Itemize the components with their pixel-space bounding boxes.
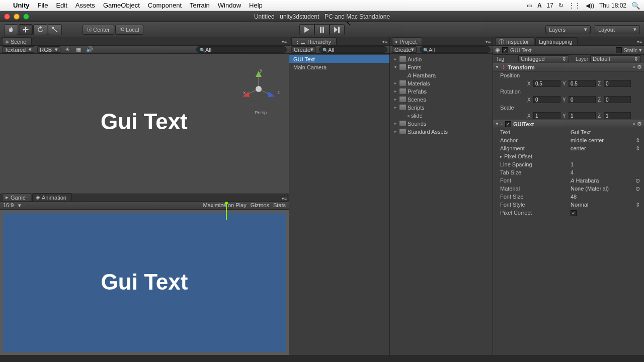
scene-search-input[interactable]: 🔍All [196,46,287,53]
gear-icon[interactable]: ⚙ [637,64,642,70]
project-item-audio[interactable]: ▸Audio [390,55,493,63]
minimize-window-button[interactable] [14,14,20,20]
scale-tool[interactable] [48,24,62,35]
scene-panel-menu-icon[interactable]: ▾≡ [282,39,287,44]
play-button[interactable] [299,24,314,35]
alignment-dropdown[interactable]: center [571,145,635,151]
hierarchy-tab[interactable]: ⋮☰Hierarchy [291,37,337,45]
volume-icon[interactable]: ◀)) [586,2,594,9]
help-icon[interactable]: ▫ [633,64,635,70]
menu-app[interactable]: Unity [9,2,34,9]
scene-shading-dropdown[interactable]: Textured ▾ [2,46,34,53]
inspector-panel-menu-icon[interactable]: ▾≡ [637,39,642,44]
project-item-harabara[interactable]: AHarabara [390,71,493,79]
anchor-dropdown[interactable]: middle center [571,137,635,143]
aspect-dropdown[interactable]: 16:9 ▾ [3,202,21,209]
project-search-input[interactable]: 🔍All [420,46,491,53]
scene-skybox-toggle-icon[interactable]: ▦ [74,46,83,53]
scene-rendermode-dropdown[interactable]: RGB ▾ [37,46,60,53]
static-checkbox[interactable] [616,47,622,53]
timemachine-icon[interactable]: ↻ [558,2,564,9]
scale-y-input[interactable] [569,112,596,119]
active-checkbox[interactable]: ✓ [502,47,508,53]
layer-dropdown[interactable]: Default⇕ [590,55,641,62]
project-item-sounds[interactable]: ▸Sounds [390,119,493,127]
menu-help[interactable]: Help [245,2,267,9]
inspector-tab[interactable]: ⓘInspector [495,37,534,45]
rotation-z-input[interactable] [604,96,631,103]
bluetooth-icon[interactable]: ⋮⋮ [569,2,581,9]
project-create-dropdown[interactable]: Create ▾ [392,46,417,53]
project-item-standard-assets[interactable]: ▸Standard Assets [390,127,493,135]
menu-edit[interactable]: Edit [52,2,71,9]
text-prop-value[interactable]: Gui Text [571,129,640,135]
hierarchy-panel-menu-icon[interactable]: ▾≡ [382,39,387,44]
scale-z-input[interactable] [604,112,631,119]
project-item-prefabs[interactable]: ▸Prefabs [390,87,493,95]
font-field[interactable]: A Harabara [571,177,635,184]
guitext-enabled-checkbox[interactable]: ✓ [505,121,511,127]
position-x-input[interactable] [533,80,560,87]
menu-terrain[interactable]: Terrain [186,2,214,9]
adobe-icon[interactable]: A [537,2,542,9]
clock[interactable]: Thu 18:02 [599,2,626,9]
scale-x-input[interactable] [533,112,560,119]
project-tree: ▸Audio▼FontsAHarabara▸Materials▸Prefabs▸… [390,54,493,355]
font-style-dropdown[interactable]: Normal [571,202,635,208]
help-icon[interactable]: ▫ [633,121,635,127]
hierarchy-item-camera[interactable]: Main Camera [289,63,389,71]
pixel-offset-label[interactable]: Pixel Offset [504,153,575,159]
pixel-correct-checkbox[interactable]: ✓ [571,210,577,216]
project-item-scripts[interactable]: ▸Scripts [390,103,493,111]
hierarchy-create-dropdown[interactable]: Create ▾ [291,46,316,53]
step-button[interactable] [330,24,345,35]
menu-gameobject[interactable]: GameObject [99,2,144,9]
rotate-tool[interactable] [33,24,47,35]
rotation-y-input[interactable] [569,96,596,103]
project-item-scenes[interactable]: ▸Scenes [390,95,493,103]
scene-tab[interactable]: ⌗Scene [2,37,32,45]
line-spacing-input[interactable]: 1 [571,161,640,167]
hierarchy-search-input[interactable]: 🔍All [319,46,387,53]
lightmapping-tab[interactable]: Lightmapping [535,37,578,45]
gizmos-toggle[interactable]: Gizmos [251,202,269,208]
guitext-component-header[interactable]: ▼▫ ✓ GUIText ▫⚙ [493,120,644,128]
pivot-local-toggle[interactable]: ⟲Local [115,25,143,35]
layers-dropdown[interactable]: Layers▾ [545,25,591,34]
project-item-slide[interactable]: ▫slide [390,111,493,119]
hierarchy-item-guitext[interactable]: GUI Text [289,55,389,63]
stats-toggle[interactable]: Stats [273,202,286,208]
spotlight-icon[interactable]: 🔍 [631,2,640,10]
project-item-fonts[interactable]: ▼Fonts [390,63,493,71]
game-tab[interactable]: ▸Game [2,193,31,201]
position-y-input[interactable] [569,80,596,87]
zoom-window-button[interactable] [23,14,29,20]
scene-light-toggle-icon[interactable]: ☀ [63,46,71,53]
move-tool[interactable] [19,24,33,35]
scene-view[interactable]: Gui Text ○◻ y x z Persp [0,54,289,194]
hand-tool[interactable] [4,24,18,35]
project-panel-menu-icon[interactable]: ▾≡ [486,39,491,44]
battery-icon[interactable]: ▭ [527,2,532,9]
tab-size-input[interactable]: 4 [571,169,640,175]
project-item-materials[interactable]: ▸Materials [390,79,493,87]
position-z-input[interactable] [604,80,631,87]
project-tab[interactable]: ▪Project [392,37,422,45]
close-window-button[interactable] [4,14,10,20]
tag-dropdown[interactable]: Untagged⇕ [518,55,569,62]
scene-audio-toggle-icon[interactable]: 🔊 [86,46,94,53]
game-panel-menu-icon[interactable]: ▾≡ [282,196,287,201]
gear-icon[interactable]: ⚙ [637,121,642,127]
menu-assets[interactable]: Assets [71,2,99,9]
font-size-input[interactable]: 48 [571,194,640,200]
menu-file[interactable]: File [34,2,52,9]
layout-dropdown[interactable]: Layout▾ [595,25,640,34]
menu-component[interactable]: Component [144,2,186,9]
animation-tab[interactable]: ◈Animation [32,193,72,201]
pivot-center-toggle[interactable]: ⊡Center [83,25,114,35]
rotation-x-input[interactable] [533,96,560,103]
transform-component-header[interactable]: ▼⊹ Transform ▫⚙ [493,63,644,71]
pause-button[interactable] [314,24,330,35]
material-field[interactable]: None (Material) [571,186,635,192]
menu-window[interactable]: Window [214,2,245,9]
